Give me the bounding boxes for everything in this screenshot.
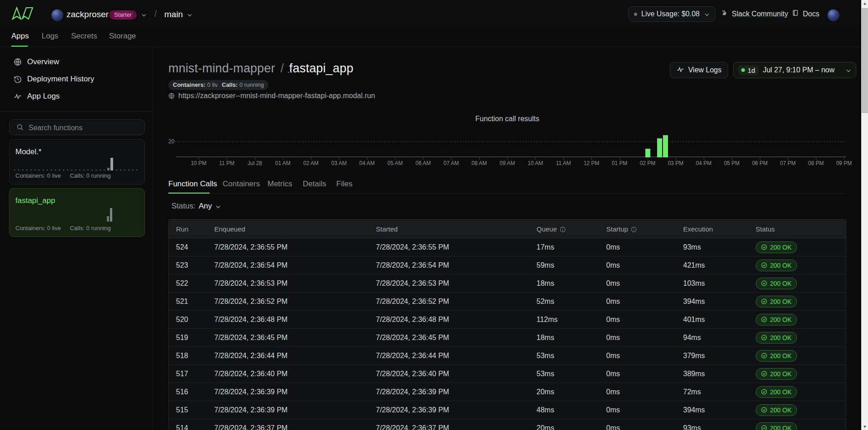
table-row[interactable]: 5177/28/2024, 2:36:40 PM7/28/2024, 2:36:…	[169, 365, 846, 383]
status-filter-dropdown[interactable]: Status: Any	[172, 202, 221, 211]
check-circle-icon	[761, 244, 767, 250]
modal-logo-icon[interactable]	[11, 6, 34, 20]
scroll-down-button[interactable]	[861, 423, 868, 430]
column-header-run[interactable]: Run	[169, 220, 214, 238]
plan-badge: Starter	[109, 10, 137, 19]
cell-startup: 0ms	[606, 329, 683, 347]
activity-icon	[677, 66, 684, 75]
table-row[interactable]: 5197/28/2024, 2:36:45 PM7/28/2024, 2:36:…	[169, 329, 846, 347]
status-text: 200 OK	[770, 298, 792, 305]
sidebar-divider	[0, 111, 153, 112]
check-circle-icon	[761, 280, 767, 286]
cell-started: 7/28/2024, 2:36:53 PM	[376, 274, 536, 293]
more-options-button[interactable]: ···	[287, 66, 296, 77]
chart-x-tick-label: 12 PM	[578, 160, 605, 166]
chart-bar[interactable]	[645, 149, 650, 157]
time-range-picker[interactable]: 1d Jul 27, 9:10 PM – now	[733, 62, 856, 78]
environment-name[interactable]: main	[164, 9, 183, 19]
status-badge: 200 OK	[756, 314, 797, 326]
status-text: 200 OK	[770, 262, 792, 269]
search-functions-box[interactable]	[9, 119, 145, 135]
chart-x-tick-label: 11 AM	[550, 160, 577, 166]
check-circle-icon	[761, 425, 767, 430]
column-header-status[interactable]: Status	[755, 220, 846, 238]
cell-queue: 59ms	[536, 256, 606, 274]
time-range-label: Jul 27, 9:10 PM – now	[763, 66, 835, 74]
sidebar-item-app-logs[interactable]: App Logs	[0, 89, 153, 104]
scrollbar-thumb[interactable]	[862, 8, 868, 113]
column-header-enqueued[interactable]: Enqueued	[214, 220, 376, 238]
table-row[interactable]: 5207/28/2024, 2:36:48 PM7/28/2024, 2:36:…	[169, 311, 846, 329]
cell-enqueued: 7/28/2024, 2:36:48 PM	[214, 311, 376, 329]
column-header-execution[interactable]: Execution	[683, 220, 755, 238]
sidebar-item-label: App Logs	[27, 92, 60, 101]
cell-started: 7/28/2024, 2:36:55 PM	[376, 238, 536, 256]
tab-metrics[interactable]: Metrics	[267, 180, 292, 189]
nav-tab-apps[interactable]: Apps	[11, 32, 29, 41]
nav-tab-logs[interactable]: Logs	[42, 32, 58, 41]
chart-x-tick	[844, 157, 844, 160]
column-header-queue[interactable]: Queue	[536, 220, 606, 238]
cell-run: 517	[169, 365, 214, 383]
table-row[interactable]: 5147/28/2024, 2:36:37 PM7/28/2024, 2:36:…	[169, 419, 846, 430]
chevron-down-icon[interactable]	[186, 12, 192, 18]
slack-community-link[interactable]: Slack Community	[720, 9, 788, 19]
docs-link[interactable]: Docs	[792, 9, 819, 18]
cell-status: 200 OK	[755, 401, 846, 419]
column-header-started[interactable]: Started	[376, 220, 536, 238]
page-scrollbar[interactable]	[861, 0, 868, 430]
cell-execution: 93ms	[683, 238, 755, 256]
column-header-startup[interactable]: Startup	[606, 220, 683, 238]
cell-startup: 0ms	[606, 256, 683, 274]
cell-started: 7/28/2024, 2:36:48 PM	[376, 311, 536, 329]
chart-x-tick-label: 10 AM	[522, 160, 549, 166]
info-icon[interactable]	[560, 226, 566, 232]
tab-containers[interactable]: Containers	[223, 180, 260, 189]
breadcrumb-app[interactable]: mnist-mind-mapper	[168, 61, 275, 75]
chart-bar[interactable]	[663, 135, 668, 157]
cell-startup: 0ms	[606, 419, 683, 430]
info-icon[interactable]	[631, 226, 637, 232]
cell-queue: 53ms	[536, 365, 606, 383]
nav-tab-storage[interactable]: Storage	[109, 32, 136, 41]
scroll-up-button[interactable]	[861, 0, 868, 7]
search-input[interactable]	[28, 120, 143, 136]
table-row[interactable]: 5157/28/2024, 2:36:39 PM7/28/2024, 2:36:…	[169, 401, 846, 419]
tab-details[interactable]: Details	[303, 180, 326, 189]
function-card-fastapi-app[interactable]: fastapi_app Containers: 0 live Calls: 0 …	[9, 188, 145, 237]
chart-x-tick-label: 03 AM	[325, 160, 353, 166]
chart-x-tick	[816, 157, 816, 160]
status-text: 200 OK	[770, 406, 792, 414]
chart-x-tick	[760, 157, 760, 160]
chart-x-tick-label: 11 PM	[213, 160, 240, 166]
tab-function-calls[interactable]: Function Calls	[168, 180, 217, 189]
containers-count: Containers: 0 live	[15, 225, 61, 232]
global-nav-tabs: Apps Logs Secrets Storage	[0, 27, 868, 47]
cell-execution: 94ms	[683, 329, 755, 347]
cell-execution: 394ms	[683, 401, 755, 419]
chart-bar[interactable]	[657, 138, 662, 158]
table-row[interactable]: 5227/28/2024, 2:36:53 PM7/28/2024, 2:36:…	[169, 274, 846, 293]
main-content: mnist-mind-mapper / fastapi_app ··· Cont…	[168, 47, 868, 430]
cell-enqueued: 7/28/2024, 2:36:40 PM	[214, 365, 376, 383]
sidebar-item-overview[interactable]: Overview	[0, 54, 153, 70]
workspace-name[interactable]: zackproser	[67, 9, 109, 19]
chevron-down-icon[interactable]	[141, 12, 147, 18]
table-row[interactable]: 5247/28/2024, 2:36:55 PM7/28/2024, 2:36:…	[169, 238, 846, 256]
user-avatar[interactable]	[827, 9, 839, 21]
table-row[interactable]: 5167/28/2024, 2:36:39 PM7/28/2024, 2:36:…	[169, 383, 846, 401]
containers-count: Containers: 0 live	[15, 172, 61, 179]
cell-status: 200 OK	[755, 383, 846, 401]
live-usage-button[interactable]: Live Usage: $0.08	[628, 6, 715, 22]
breadcrumb-separator: /	[281, 61, 284, 75]
sidebar-item-deployment-history[interactable]: Deployment History	[0, 71, 153, 87]
function-card-model[interactable]: Model.* Containers: 0 live Calls: 0 runn…	[9, 139, 145, 184]
app-url[interactable]: https://zackproser--mnist-mind-mapper-fa…	[168, 92, 375, 100]
table-row[interactable]: 5237/28/2024, 2:36:54 PM7/28/2024, 2:36:…	[169, 256, 846, 274]
tab-files[interactable]: Files	[336, 180, 353, 189]
cell-started: 7/28/2024, 2:36:45 PM	[376, 329, 536, 347]
table-row[interactable]: 5217/28/2024, 2:36:52 PM7/28/2024, 2:36:…	[169, 293, 846, 311]
view-logs-button[interactable]: View Logs	[670, 62, 728, 78]
table-row[interactable]: 5187/28/2024, 2:36:44 PM7/28/2024, 2:36:…	[169, 347, 846, 365]
nav-tab-secrets[interactable]: Secrets	[71, 32, 97, 41]
